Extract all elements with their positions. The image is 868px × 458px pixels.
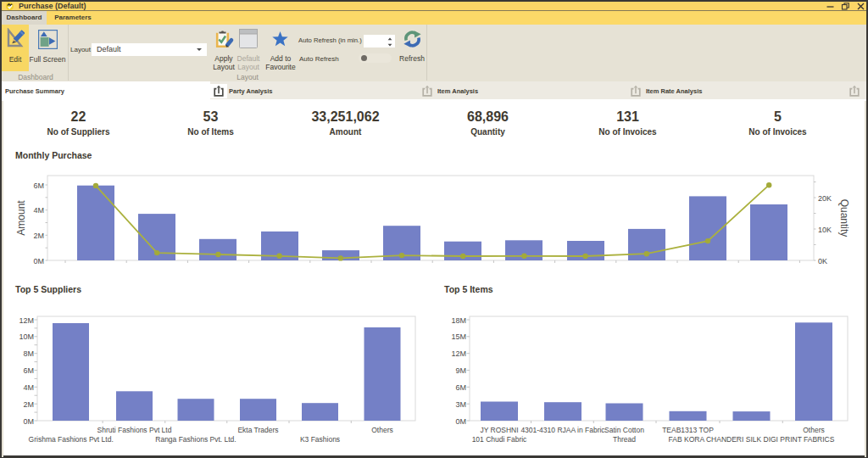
svg-text:8M: 8M bbox=[23, 349, 34, 358]
svg-text:6M: 6M bbox=[455, 383, 466, 392]
svg-text:10M: 10M bbox=[19, 332, 34, 341]
svg-text:12M: 12M bbox=[451, 349, 466, 358]
svg-text:4301-4310 RJAA in Fabric: 4301-4310 RJAA in Fabric bbox=[520, 426, 605, 434]
svg-text:Ekta Traders: Ekta Traders bbox=[237, 426, 278, 434]
svg-text:0K: 0K bbox=[818, 257, 827, 265]
svg-text:0M: 0M bbox=[455, 417, 466, 426]
svg-text:15M: 15M bbox=[451, 332, 466, 341]
svg-text:Quantity: Quantity bbox=[838, 199, 850, 237]
svg-text:4M: 4M bbox=[33, 206, 44, 215]
svg-text:101 Chudi Fabric: 101 Chudi Fabric bbox=[472, 435, 527, 444]
svg-text:4M: 4M bbox=[23, 383, 34, 392]
svg-text:2M: 2M bbox=[33, 232, 44, 240]
svg-text:18M: 18M bbox=[451, 316, 466, 325]
svg-text:Amount: Amount bbox=[15, 200, 27, 236]
svg-text:Satin Cotton: Satin Cotton bbox=[604, 426, 644, 434]
svg-text:10K: 10K bbox=[818, 226, 832, 234]
svg-text:2M: 2M bbox=[23, 400, 34, 409]
svg-text:0M: 0M bbox=[33, 257, 44, 265]
svg-text:Ranga Fashions Pvt. Ltd.: Ranga Fashions Pvt. Ltd. bbox=[155, 435, 236, 444]
svg-text:Thread: Thread bbox=[613, 435, 636, 444]
svg-text:0M: 0M bbox=[23, 417, 34, 426]
svg-text:12M: 12M bbox=[19, 316, 34, 325]
svg-text:FAB KORA CHANDERI SILK DIGI PR: FAB KORA CHANDERI SILK DIGI PRINT FABRIC… bbox=[669, 435, 835, 444]
svg-text:6M: 6M bbox=[23, 366, 34, 375]
svg-text:TEAB1313 TOP: TEAB1313 TOP bbox=[662, 426, 714, 434]
svg-text:Others: Others bbox=[371, 426, 393, 434]
svg-text:JY ROSHNI: JY ROSHNI bbox=[480, 426, 518, 434]
svg-text:K3 Fashions: K3 Fashions bbox=[300, 435, 340, 444]
svg-text:Shruti Fashions Pvt Ltd: Shruti Fashions Pvt Ltd bbox=[97, 426, 172, 434]
svg-text:3M: 3M bbox=[455, 400, 466, 409]
svg-text:20K: 20K bbox=[818, 194, 832, 203]
svg-text:6M: 6M bbox=[33, 182, 44, 190]
svg-text:9M: 9M bbox=[455, 366, 466, 375]
svg-text:Others: Others bbox=[803, 426, 825, 434]
svg-text:Grishma Fashions Pvt Ltd.: Grishma Fashions Pvt Ltd. bbox=[29, 435, 114, 444]
